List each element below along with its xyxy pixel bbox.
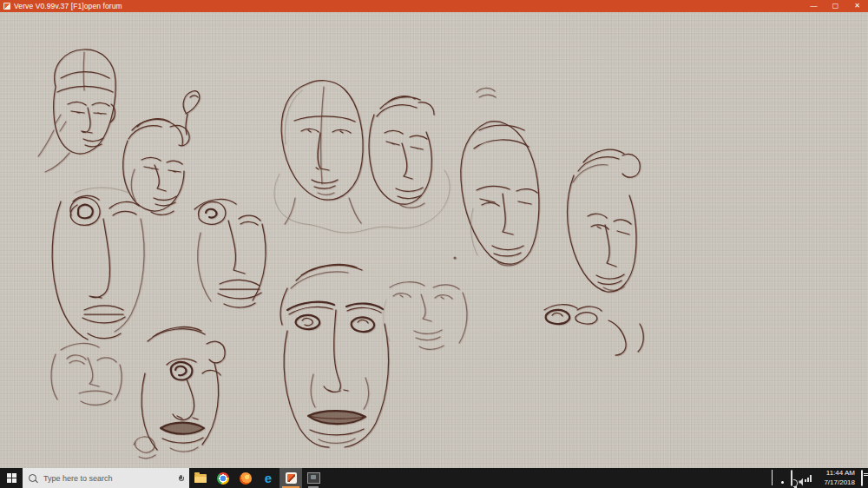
title-bar: Verve V0.99v.37 [F1]open forum — ▢ ✕ — [0, 0, 868, 12]
monitor-icon — [791, 470, 792, 486]
taskbar-item-file-explorer[interactable] — [189, 468, 212, 488]
face-sketch-10 — [568, 149, 641, 292]
verve-icon — [286, 472, 297, 484]
tray-expand-button[interactable] — [772, 471, 773, 486]
maximize-button[interactable]: ▢ — [825, 0, 846, 12]
verve-app-window: Verve V0.99v.37 [F1]open forum — ▢ ✕ — [0, 0, 868, 488]
title-left: Verve V0.99v.37 [F1]open forum — [0, 2, 122, 10]
sketch-layer — [0, 12, 868, 468]
taskbar-item-edge[interactable]: e — [257, 468, 279, 488]
paint-canvas[interactable] — [0, 12, 868, 468]
taskbar-app-icons: e — [189, 468, 325, 488]
start-button[interactable] — [0, 468, 23, 488]
taskbar-item-chrome[interactable] — [212, 468, 234, 488]
window-title: Verve V0.99v.37 [F1]open forum — [14, 2, 122, 10]
taskbar-item-verve[interactable] — [279, 468, 302, 488]
chrome-icon — [217, 472, 229, 485]
face-sketch-9 — [461, 122, 539, 266]
app-icon — [3, 3, 10, 10]
file-explorer-icon — [194, 474, 207, 483]
taskbar-search[interactable] — [23, 468, 189, 488]
firefox-icon — [240, 472, 252, 485]
taskbar-item-firefox[interactable] — [234, 468, 257, 488]
windows-logo-icon — [7, 473, 16, 483]
taskbar-item-image-viewer[interactable] — [302, 468, 325, 488]
network-signal-icon — [805, 475, 812, 482]
search-icon — [29, 474, 36, 482]
close-button[interactable]: ✕ — [846, 0, 868, 12]
clock-time: 11:44 AM — [826, 469, 855, 478]
taskbar: e 11:44 AM 7/17/2018 — [0, 468, 868, 488]
search-input[interactable] — [42, 473, 174, 484]
taskbar-clock[interactable]: 11:44 AM 7/17/2018 — [824, 469, 855, 487]
microphone-icon — [179, 475, 183, 482]
tray-network-button[interactable] — [805, 475, 812, 482]
clock-date: 7/17/2018 — [824, 478, 855, 487]
minimize-button[interactable]: — — [803, 0, 825, 12]
edge-icon: e — [265, 472, 272, 485]
chevron-up-icon — [772, 470, 773, 485]
tray-display-button[interactable] — [791, 471, 792, 486]
action-center-button[interactable] — [861, 471, 863, 486]
face-sketch-13 — [544, 305, 643, 355]
image-viewer-icon — [307, 472, 320, 484]
action-center-icon — [861, 470, 863, 486]
system-tray: 11:44 AM 7/17/2018 — [766, 468, 868, 488]
face-sketch-5 — [51, 343, 122, 405]
window-controls: — ▢ ✕ — [803, 0, 868, 12]
